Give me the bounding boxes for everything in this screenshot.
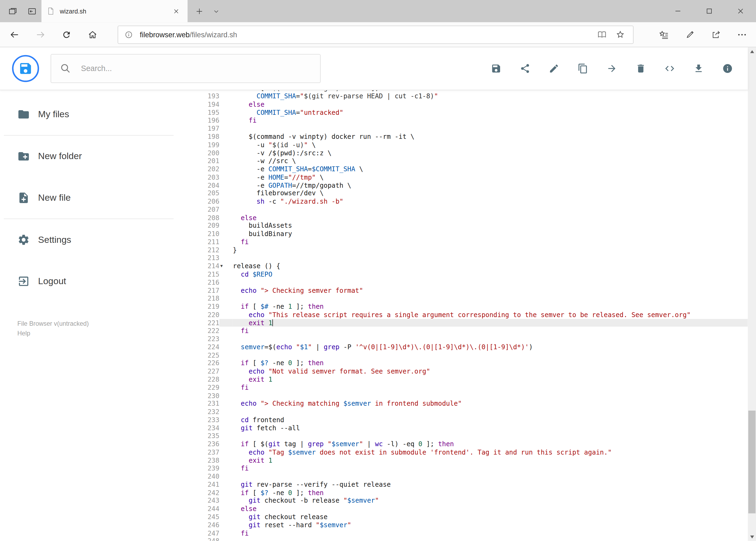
sidebar-item-logout[interactable]: Logout bbox=[0, 261, 193, 302]
sidebar-item-new-folder[interactable]: New folder bbox=[0, 136, 193, 177]
sidebar-item-my-files[interactable]: My files bbox=[0, 94, 193, 135]
reading-view-icon[interactable] bbox=[593, 26, 611, 43]
filebrowser-logo[interactable] bbox=[12, 55, 39, 82]
browser-actions bbox=[651, 25, 755, 44]
code-line-text: exit 1 bbox=[233, 456, 748, 464]
add-favorite-star-icon[interactable] bbox=[611, 26, 629, 43]
fold-gutter bbox=[219, 133, 233, 141]
content-area: My filesNew folderNew fileSettingsLogout… bbox=[0, 90, 748, 541]
vertical-scrollbar[interactable] bbox=[748, 47, 756, 541]
scrollbar-thumb[interactable] bbox=[748, 410, 755, 513]
line-number: 204 bbox=[193, 181, 219, 189]
window-maximize-button[interactable] bbox=[693, 0, 725, 22]
sidebar-sections: My filesNew folderNew fileSettingsLogout bbox=[0, 94, 193, 302]
code-line-text bbox=[233, 206, 748, 214]
line-number: 193 bbox=[193, 92, 219, 101]
hub-favorites-icon[interactable] bbox=[651, 25, 677, 44]
new-tab-button[interactable] bbox=[190, 0, 208, 22]
url-text: filebrowser.web/files/wizard.sh bbox=[140, 31, 593, 39]
code-line: 195 COMMIT_SHA="untracked" bbox=[193, 108, 748, 116]
line-number: 198 bbox=[193, 133, 219, 141]
fold-gutter bbox=[219, 206, 233, 214]
scroll-down-arrow-icon[interactable] bbox=[748, 533, 756, 541]
sidebar-item-label: My files bbox=[38, 109, 69, 120]
text-cursor bbox=[272, 319, 273, 326]
code-line: 215 cd $REPO bbox=[193, 270, 748, 278]
fold-gutter bbox=[219, 198, 233, 206]
code-line: 233 cd frontend bbox=[193, 416, 748, 424]
info-button[interactable] bbox=[717, 58, 738, 79]
search-input[interactable] bbox=[51, 54, 321, 83]
code-line: 198 $(command -v winpty) docker run --rm… bbox=[193, 133, 748, 141]
code-line-text: git reset --hard "$semver" bbox=[233, 521, 748, 529]
code-line: 197 bbox=[193, 125, 748, 133]
line-number: 223 bbox=[193, 335, 219, 343]
tab-preview-icon[interactable] bbox=[22, 0, 41, 22]
code-line: 218 bbox=[193, 294, 748, 302]
fold-gutter bbox=[219, 181, 233, 189]
code-line: 224 semver=$(echo "$1" | grep -P '^v(0|[… bbox=[193, 343, 748, 351]
move-button[interactable] bbox=[601, 58, 623, 79]
download-button[interactable] bbox=[688, 58, 709, 79]
fold-gutter bbox=[219, 149, 233, 157]
close-tab-icon[interactable] bbox=[169, 4, 183, 18]
code-line: 206 sh -c "./wizard.sh -b" bbox=[193, 198, 748, 206]
code-line-text bbox=[233, 335, 748, 343]
move-icon bbox=[607, 63, 617, 74]
code-line: 226 if [ $? -ne 0 ]; then bbox=[193, 359, 748, 367]
code-line: 236 if [ $(git tag | grep "$semver" | wc… bbox=[193, 440, 748, 448]
fold-marker-icon[interactable]: ▾ bbox=[220, 263, 223, 269]
line-number: 246 bbox=[193, 521, 219, 529]
line-number: 239 bbox=[193, 464, 219, 472]
window-minimize-button[interactable] bbox=[662, 0, 693, 22]
line-number: 248 bbox=[193, 537, 219, 541]
page-favicon-icon bbox=[46, 7, 55, 15]
home-button[interactable] bbox=[82, 25, 104, 44]
line-number: 202 bbox=[193, 165, 219, 173]
refresh-button[interactable] bbox=[56, 25, 77, 44]
window-close-button[interactable] bbox=[725, 0, 756, 22]
share-button[interactable] bbox=[514, 58, 536, 79]
forward-button[interactable] bbox=[30, 25, 51, 44]
browser-window: wizard.sh bbox=[0, 0, 756, 541]
search-box bbox=[51, 54, 321, 83]
code-line: 200 -v /$(pwd):/src:z \ bbox=[193, 149, 748, 157]
line-number: 243 bbox=[193, 497, 219, 505]
line-number: 210 bbox=[193, 230, 219, 238]
more-options-icon[interactable] bbox=[729, 25, 755, 44]
help-link[interactable]: Help bbox=[17, 329, 89, 338]
address-bar[interactable]: filebrowser.web/files/wizard.sh bbox=[118, 25, 633, 44]
code-line-text bbox=[233, 294, 748, 302]
code-line-text: git fetch --all bbox=[233, 424, 748, 432]
annotate-pen-icon[interactable] bbox=[677, 25, 703, 44]
edit-button[interactable] bbox=[543, 58, 565, 79]
scroll-up-arrow-icon[interactable] bbox=[748, 47, 756, 55]
code-button[interactable] bbox=[659, 58, 680, 79]
tab-wizard-sh[interactable]: wizard.sh bbox=[42, 0, 187, 22]
delete-button[interactable] bbox=[630, 58, 651, 79]
code-line: 247 fi bbox=[193, 529, 748, 537]
code-line: 237 echo "Tag $semver does not exist in … bbox=[193, 448, 748, 456]
sidebar-item-new-file[interactable]: New file bbox=[0, 177, 193, 219]
fold-gutter bbox=[219, 424, 233, 432]
tab-list-chevron-icon[interactable] bbox=[208, 0, 224, 22]
code-line: 210 buildBinary bbox=[193, 230, 748, 238]
code-line: 216 bbox=[193, 278, 748, 286]
code-line: 243 git checkout -b release "$semver" bbox=[193, 497, 748, 505]
site-info-icon[interactable] bbox=[122, 26, 135, 43]
code-line-text: -e HOME="//tmp" \ bbox=[233, 173, 748, 181]
code-line: 241 git rev-parse --verify --quiet relea… bbox=[193, 480, 748, 489]
share-page-icon[interactable] bbox=[703, 25, 729, 44]
info-icon bbox=[722, 63, 733, 74]
tabs-set-aside-icon[interactable] bbox=[3, 0, 22, 22]
code-line-text: -u "$(id -u)" \ bbox=[233, 141, 748, 149]
code-editor[interactable]: 192 if [ "$(command -v git)" != "" ]; th… bbox=[193, 90, 748, 541]
code-line: 246 git reset --hard "$semver" bbox=[193, 521, 748, 529]
settings-icon bbox=[17, 234, 30, 246]
save-button[interactable] bbox=[486, 58, 507, 79]
sidebar-item-settings[interactable]: Settings bbox=[0, 219, 193, 261]
line-number: 199 bbox=[193, 141, 219, 149]
copy-button[interactable] bbox=[572, 58, 594, 79]
fold-gutter bbox=[219, 270, 233, 278]
back-button[interactable] bbox=[4, 25, 25, 44]
